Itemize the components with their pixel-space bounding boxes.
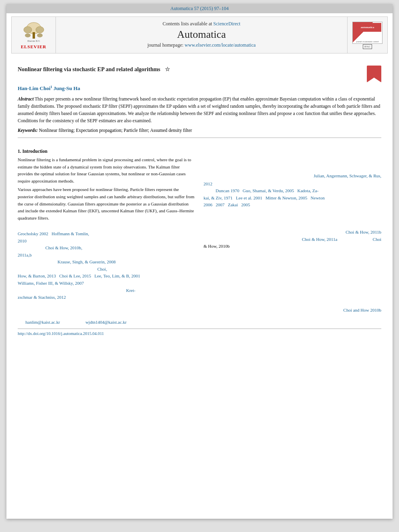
- ref-newton-2006[interactable]: 2006: [204, 202, 212, 207]
- ref-kadota[interactable]: Kadota, Za-: [297, 188, 319, 193]
- ref-zakai-2005[interactable]: Zakai: [228, 202, 238, 207]
- intro-para2: Various approaches have been proposed fo…: [18, 186, 195, 222]
- top-bar: Automatica 57 (2015) 97–104: [6, 4, 393, 13]
- ref-choi-how-2011b[interactable]: Choi & How, 2011b: [346, 230, 381, 234]
- right-ref-choi-2011a: Choi & How, 2011a Choi: [204, 236, 381, 243]
- right-column: Julian, Angermann, Schwager, & Rus, 2012…: [204, 143, 381, 303]
- abstract-body: This paper presents a new nonlinear filt…: [18, 97, 380, 123]
- right-ref-choi-how-2010b: & How, 2010b: [204, 243, 381, 250]
- bottom-section: hanlim@kaist.ac.kr wjdtn1404@kaist.ac.kr…: [18, 308, 381, 336]
- content-area: Nonlinear filtering via stochastic EP an…: [6, 57, 393, 344]
- choi-and-how-ref: Choi and How 2010b: [204, 308, 381, 312]
- ref-choi-how-barton[interactable]: Choi,: [97, 267, 107, 271]
- svg-point-5: [25, 33, 31, 37]
- automatica-cover-icon: automatica journal of automatic control: [352, 22, 383, 44]
- ref-zakai-ziv[interactable]: kai, & Ziv, 1971: [204, 195, 232, 200]
- left-ref-block: Grocholsky 2002 Hoffmann & Tomlin, 2010 …: [18, 223, 195, 301]
- automatica-logo-block: automatica journal of automatic control …: [347, 17, 387, 53]
- svg-point-3: [36, 27, 44, 33]
- doi-line: http://dx.doi.org/10.1016/j.automatica.2…: [18, 329, 381, 336]
- ref-krause[interactable]: Krause, Singh, & Guestrin, 2008: [58, 259, 116, 264]
- ref-choi-2[interactable]: Choi: [373, 237, 381, 242]
- email-1[interactable]: hanlim@kaist.ac.kr: [25, 320, 60, 325]
- ref-newton-2005[interactable]: Newton: [311, 195, 325, 200]
- svg-rect-4: [33, 32, 35, 39]
- journal-citation: Automatica 57 (2015) 97–104: [171, 6, 229, 11]
- right-bottom-refs: Choi & How, 2011b Choi & How, 2011a Choi…: [204, 229, 381, 250]
- article-title-text: Nonlinear filtering via stochastic EP an…: [18, 66, 160, 72]
- article-title: Nonlinear filtering via stochastic EP an…: [18, 66, 259, 74]
- right-ref-2012: 2012 Duncan 1970 Guo, Shamai, & Verdu, 2…: [204, 181, 381, 209]
- right-intro-text: [204, 143, 381, 171]
- svg-text:Elsevier B.V.: Elsevier B.V.: [27, 40, 40, 42]
- intro-para1: Nonlinear filtering is a fundamental pro…: [18, 156, 195, 185]
- journal-title: Automatica: [64, 29, 339, 41]
- ref-duncan[interactable]: Duncan 1970: [216, 188, 239, 193]
- keywords-text: Nonlinear filtering; Expectation propaga…: [39, 128, 192, 133]
- left-para-space: [18, 259, 56, 264]
- ref-choi-how-2011a[interactable]: Choi & How, 2011a: [302, 237, 337, 242]
- ref-kret[interactable]: Kret-: [126, 288, 136, 293]
- ref-hoffmann[interactable]: Hoffmann & Tomlin,: [51, 231, 89, 236]
- elsevier-label: ELSEVIER: [21, 44, 47, 49]
- star-icon: ☆: [165, 66, 170, 72]
- bookmark-icon: [367, 66, 381, 82]
- ref-2011ab[interactable]: 2011a,b: [18, 253, 32, 257]
- ref-choi-how-2010b[interactable]: Choi & How, 2010b,: [45, 245, 82, 250]
- svg-point-2: [24, 27, 32, 33]
- abstract-label: Abstract: [18, 97, 34, 101]
- elsevier-logo-block: Elsevier B.V. ELSEVIER: [12, 17, 56, 53]
- page: Automatica 57 (2015) 97–104 Elsevier B.V…: [6, 4, 393, 519]
- email-block: hanlim@kaist.ac.kr wjdtn1404@kaist.ac.kr: [18, 320, 195, 325]
- homepage-prefix: journal homepage:: [147, 42, 185, 48]
- sciencedirect-link[interactable]: ScienceDirect: [213, 21, 240, 27]
- two-column-body: 1. Introduction Nonlinear filtering is a…: [18, 143, 381, 303]
- article-title-block: Nonlinear filtering via stochastic EP an…: [18, 66, 381, 82]
- ref-williams[interactable]: Williams, Fisher III, & Willsky, 2007: [18, 281, 84, 286]
- email-label-1: [18, 320, 25, 325]
- title-text-area: Nonlinear filtering via stochastic EP an…: [18, 66, 359, 74]
- sciencedirect-prefix: Contents lists available at: [162, 21, 213, 27]
- left-para-space2: [18, 267, 96, 271]
- intro-heading: 1. Introduction: [18, 148, 195, 155]
- ifac-label: IFAC: [363, 45, 372, 48]
- authors-text: Han-Lim Choi1 Jung-Su Ha: [18, 85, 80, 91]
- bottom-two-col: hanlim@kaist.ac.kr wjdtn1404@kaist.ac.kr…: [18, 308, 381, 325]
- email-2[interactable]: wjdtn1404@kaist.ac.kr: [85, 320, 126, 325]
- section-divider: [18, 138, 381, 138]
- keywords-label: Keywords:: [18, 128, 38, 133]
- right-ref-choi-2011b: Choi & How, 2011b: [204, 229, 381, 236]
- journal-header: Elsevier B.V. ELSEVIER Contents lists av…: [11, 16, 388, 53]
- ref-lee-teo[interactable]: Lee, Teo, Lim, & B, 2001: [95, 273, 140, 278]
- journal-center-info: Contents lists available at ScienceDirec…: [56, 17, 347, 53]
- homepage-line: journal homepage: www.elsevier.com/locat…: [64, 42, 339, 48]
- abstract-section: Abstract This paper presents a new nonli…: [18, 96, 381, 124]
- ref-mitter-newton[interactable]: Mitter & Newton, 2005: [265, 195, 307, 200]
- bottom-left: hanlim@kaist.ac.kr wjdtn1404@kaist.ac.kr: [18, 308, 195, 325]
- authors-line: Han-Lim Choi1 Jung-Su Ha: [18, 85, 381, 92]
- ref-grocholsky[interactable]: Grocholsky 2002: [18, 231, 48, 236]
- ref-guo[interactable]: Guo, Shamai, & Verdu, 2005: [243, 188, 294, 193]
- left-para-mid: [18, 245, 44, 250]
- ref-lee-et-al[interactable]: Lee et al. 2001: [236, 195, 262, 200]
- ref-julian[interactable]: Julian, Angermann, Schwager, & Rus,: [314, 173, 381, 178]
- homepage-link[interactable]: www.elsevier.com/locate/automatica: [185, 42, 255, 48]
- keywords-section: Keywords: Nonlinear filtering; Expectati…: [18, 128, 381, 133]
- bottom-right: Choi and How 2010b: [204, 308, 381, 325]
- sciencedirect-line: Contents lists available at ScienceDirec…: [64, 21, 339, 27]
- ref-choi-lee[interactable]: Choi & Lee, 2015: [59, 273, 91, 278]
- ref-2005[interactable]: 2005: [241, 202, 250, 207]
- ref-how-barton[interactable]: How, & Barton, 2013: [18, 273, 56, 278]
- left-column: 1. Introduction Nonlinear filtering is a…: [18, 143, 195, 303]
- right-refs-top: Julian, Angermann, Schwager, & Rus,: [204, 173, 381, 180]
- right-refs-list: Duncan 1970 Guo, Shamai, & Verdu, 2005 K…: [204, 188, 319, 193]
- svg-point-6: [37, 33, 43, 37]
- left-filler: [18, 288, 125, 293]
- doi-link[interactable]: http://dx.doi.org/10.1016/j.automatica.2…: [18, 331, 104, 336]
- elsevier-tree-icon: Elsevier B.V.: [20, 21, 48, 43]
- ref-2010[interactable]: 2010: [18, 238, 27, 243]
- ref-newton-2007[interactable]: 2007: [216, 202, 224, 207]
- ref-2012[interactable]: 2012: [204, 181, 212, 186]
- ref-zschmar[interactable]: zschmar & Stachniss, 2012: [18, 295, 66, 300]
- ref-choi-and-how-2010b[interactable]: Choi and How 2010b: [343, 308, 381, 312]
